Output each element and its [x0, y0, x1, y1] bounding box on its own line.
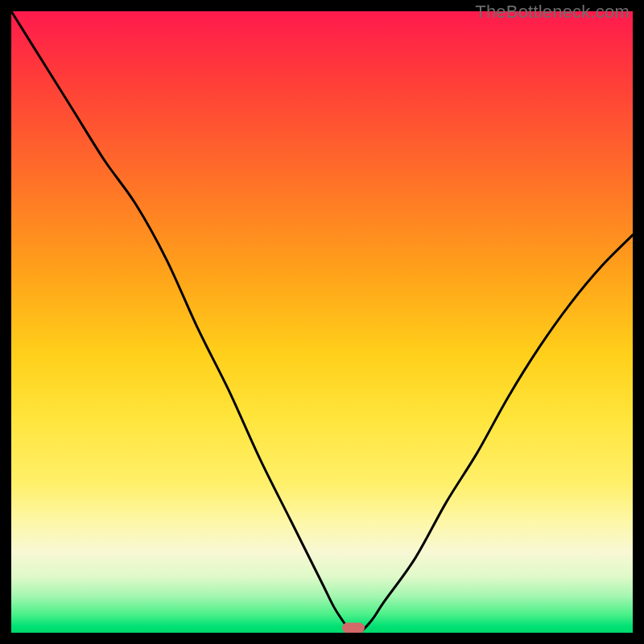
attribution-text: TheBottleneck.com	[475, 2, 630, 23]
bottleneck-curve	[11, 11, 633, 633]
bottleneck-chart	[11, 11, 633, 633]
optimal-marker	[342, 623, 365, 634]
